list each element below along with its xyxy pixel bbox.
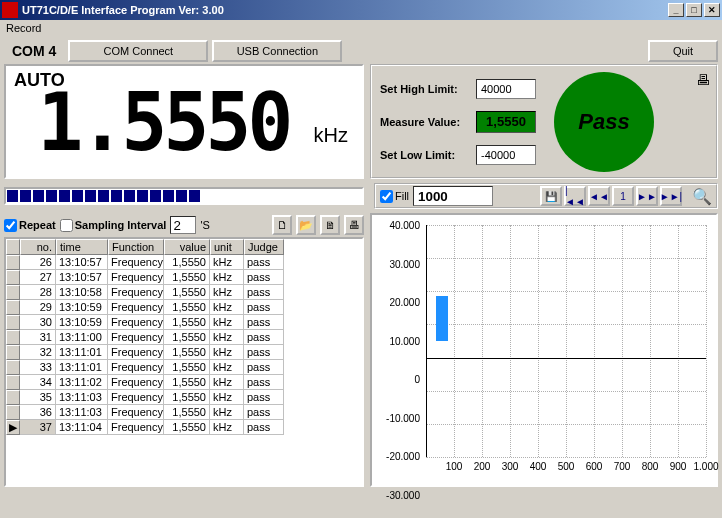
close-button[interactable]: ✕: [704, 3, 720, 17]
y-tick-label: 0: [372, 374, 420, 385]
measurement-display: AUTO 1.5550 kHz: [4, 64, 364, 179]
table-row[interactable]: 3413:11:02Frequency1,5550kHzpass: [6, 375, 362, 390]
x-tick-label: 900: [670, 461, 687, 472]
row-indicator: [6, 315, 20, 330]
row-indicator: [6, 300, 20, 315]
chart-panel[interactable]: 1002003004005006007008009001.00040.00030…: [370, 213, 718, 487]
save-icon[interactable]: 💾: [540, 186, 562, 206]
table-row[interactable]: 3313:11:01Frequency1,5550kHzpass: [6, 360, 362, 375]
x-tick-label: 200: [474, 461, 491, 472]
low-limit-input[interactable]: [476, 145, 536, 165]
data-table-panel: Repeat Sampling Interval 'S 🗋 📂 🗎 🖶 no. …: [4, 213, 364, 487]
reading-unit: kHz: [314, 124, 348, 147]
table-row[interactable]: 3113:11:00Frequency1,5550kHzpass: [6, 330, 362, 345]
row-indicator: [6, 285, 20, 300]
row-indicator: [6, 345, 20, 360]
row-indicator: [6, 375, 20, 390]
row-indicator: [6, 405, 20, 420]
measure-value-label: Measure Value:: [380, 116, 470, 128]
menu-bar: Record: [0, 20, 722, 38]
print-icon[interactable]: 🖶: [344, 215, 364, 235]
y-tick-label: 10.000: [372, 335, 420, 346]
x-tick-label: 100: [446, 461, 463, 472]
y-tick-label: 20.000: [372, 297, 420, 308]
col-no[interactable]: no.: [20, 239, 56, 255]
nav-last-button[interactable]: ►►|: [660, 186, 682, 206]
col-time[interactable]: time: [56, 239, 108, 255]
table-row[interactable]: 2813:10:58Frequency1,5550kHzpass: [6, 285, 362, 300]
chart-bar: [436, 296, 448, 341]
row-indicator: [6, 270, 20, 285]
measure-value-box: 1,5550: [476, 111, 536, 133]
table-row[interactable]: 2613:10:57Frequency1,5550kHzpass: [6, 255, 362, 270]
col-function[interactable]: Function: [108, 239, 164, 255]
x-tick-label: 1.000: [693, 461, 718, 472]
open-icon[interactable]: 📂: [296, 215, 316, 235]
repeat-checkbox[interactable]: Repeat: [4, 219, 56, 232]
row-indicator: [6, 390, 20, 405]
table-row[interactable]: 3013:10:59Frequency1,5550kHzpass: [6, 315, 362, 330]
sampling-unit-label: 'S: [200, 219, 209, 231]
y-tick-label: 40.000: [372, 220, 420, 231]
zoom-icon[interactable]: 🔍: [692, 187, 712, 206]
col-judge[interactable]: Judge: [244, 239, 284, 255]
y-tick-label: 30.000: [372, 258, 420, 269]
data-table[interactable]: no. time Function value unit Judge 2613:…: [4, 237, 364, 487]
low-limit-label: Set Low Limit:: [380, 149, 470, 161]
limits-panel: Set High Limit: Measure Value: 1,5550 Se…: [370, 64, 718, 179]
maximize-button[interactable]: □: [686, 3, 702, 17]
table-row[interactable]: 3513:11:03Frequency1,5550kHzpass: [6, 390, 362, 405]
table-row[interactable]: ▶3713:11:04Frequency1,5550kHzpass: [6, 420, 362, 435]
usb-connect-button[interactable]: USB Connection: [212, 40, 342, 62]
table-row[interactable]: 3213:11:01Frequency1,5550kHzpass: [6, 345, 362, 360]
menu-record[interactable]: Record: [4, 20, 49, 36]
table-row[interactable]: 2913:10:59Frequency1,5550kHzpass: [6, 300, 362, 315]
com-port-label: COM 4: [4, 43, 64, 59]
high-limit-input[interactable]: [476, 79, 536, 99]
bargraph: [4, 187, 364, 205]
com-connect-button[interactable]: COM Connect: [68, 40, 208, 62]
nav-prev-button[interactable]: ◄◄: [588, 186, 610, 206]
x-tick-label: 800: [642, 461, 659, 472]
col-unit[interactable]: unit: [210, 239, 244, 255]
nav-first-button[interactable]: |◄◄: [564, 186, 586, 206]
row-indicator: [6, 330, 20, 345]
row-indicator: [6, 255, 20, 270]
y-tick-label: -10.000: [372, 412, 420, 423]
fill-input[interactable]: [413, 186, 493, 206]
app-icon: [2, 2, 18, 18]
nav-next-button[interactable]: ►►: [636, 186, 658, 206]
y-tick-label: -30.000: [372, 490, 420, 501]
high-limit-label: Set High Limit:: [380, 83, 470, 95]
printer-icon[interactable]: 🖶: [696, 72, 710, 88]
x-tick-label: 500: [558, 461, 575, 472]
table-row[interactable]: 3613:11:03Frequency1,5550kHzpass: [6, 405, 362, 420]
x-tick-label: 700: [614, 461, 631, 472]
sampling-interval-input[interactable]: [170, 216, 196, 234]
row-indicator: ▶: [6, 420, 20, 435]
title-bar: UT71C/D/E Interface Program Ver: 3.00 _ …: [0, 0, 722, 20]
table-row[interactable]: 2713:10:57Frequency1,5550kHzpass: [6, 270, 362, 285]
x-tick-label: 400: [530, 461, 547, 472]
nav-page-button[interactable]: 1: [612, 186, 634, 206]
judge-indicator: Pass: [554, 72, 654, 172]
row-indicator: [6, 360, 20, 375]
connection-toolbar: COM 4 COM Connect USB Connection Quit: [0, 38, 722, 64]
export-icon[interactable]: 🗎: [320, 215, 340, 235]
x-tick-label: 300: [502, 461, 519, 472]
col-value[interactable]: value: [164, 239, 210, 255]
sampling-interval-checkbox[interactable]: Sampling Interval: [60, 219, 167, 232]
window-title: UT71C/D/E Interface Program Ver: 3.00: [22, 4, 666, 16]
x-tick-label: 600: [586, 461, 603, 472]
reading-value: 1.5550: [38, 76, 290, 169]
new-icon[interactable]: 🗋: [272, 215, 292, 235]
y-tick-label: -20.000: [372, 451, 420, 462]
minimize-button[interactable]: _: [668, 3, 684, 17]
quit-button[interactable]: Quit: [648, 40, 718, 62]
fill-checkbox[interactable]: Fill: [380, 190, 409, 203]
